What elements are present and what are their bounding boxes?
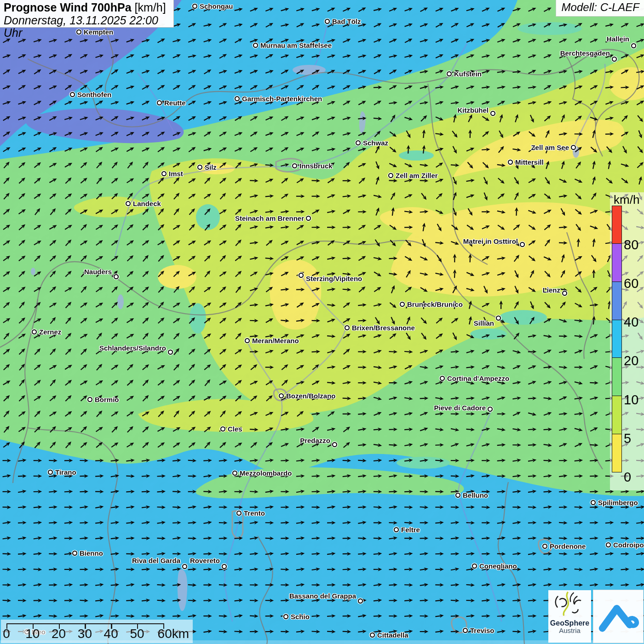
legend-tick-label: 5 xyxy=(624,431,644,446)
city-marker xyxy=(400,302,405,307)
city-marker xyxy=(591,500,596,505)
city-label: Brixen/Bressanone xyxy=(352,324,415,332)
city-marker xyxy=(520,242,525,247)
legend-tick-label: 80 xyxy=(624,237,644,252)
city-marker xyxy=(292,163,297,168)
title-unit: [km/h] xyxy=(135,1,166,14)
city-label: Schwaz xyxy=(363,139,388,147)
city-marker xyxy=(562,291,567,296)
city-marker xyxy=(490,111,495,116)
city-label: Treviso xyxy=(470,627,494,634)
city-label: Kufstein xyxy=(454,70,482,78)
city-label: Feltre xyxy=(401,526,420,534)
city-label: Murnau am Staffelsee xyxy=(260,41,332,49)
legend-tick-label: 10 xyxy=(624,392,644,407)
city-marker xyxy=(87,397,92,402)
city-marker xyxy=(70,92,75,97)
city-label: Zell am Ziller xyxy=(396,172,438,179)
legend-unit-label: km/h xyxy=(614,193,639,207)
city-marker xyxy=(612,57,617,62)
page-title: Prognose Wind 700hPa [km/h] xyxy=(4,1,170,14)
city-marker xyxy=(542,544,547,549)
legend-segment xyxy=(612,243,622,282)
legend-color-bar xyxy=(612,206,622,472)
city-label: Matrei in Osttirol xyxy=(463,237,518,245)
city-marker xyxy=(488,407,493,412)
city-label: Cles xyxy=(228,425,242,433)
legend-tick-label: 60 xyxy=(624,276,644,291)
legend-segment xyxy=(612,357,622,396)
city-marker xyxy=(32,329,37,334)
city-label: Pieve di Cadore xyxy=(434,404,486,412)
city-label: Mezzolombardo xyxy=(240,469,292,477)
legend-tick-label: 0 xyxy=(624,470,644,484)
city-marker xyxy=(126,201,131,206)
city-marker xyxy=(394,527,399,532)
forecast-datetime: Donnerstag, 13.11.2025 22:00 Uhr xyxy=(4,14,170,39)
scalebar-label: 50 xyxy=(130,627,144,641)
city-label: Schlanders/Silandro xyxy=(99,344,166,352)
city-label: Garmisch-Partenkirchen xyxy=(242,95,322,103)
city-marker xyxy=(161,171,167,176)
city-label: Lienz xyxy=(543,286,560,294)
city-label: Belluno xyxy=(463,491,488,499)
map-scalebar: 0102030405060km xyxy=(1,620,193,643)
city-label: Silz xyxy=(205,163,217,171)
city-marker xyxy=(222,564,227,569)
city-label: Zell am See xyxy=(531,144,569,151)
city-label: Predazzo xyxy=(300,437,330,444)
city-marker xyxy=(253,43,258,48)
city-marker xyxy=(306,216,311,221)
city-marker xyxy=(168,350,173,355)
city-label: Meran/Merano xyxy=(252,337,299,345)
city-marker xyxy=(157,100,162,105)
city-label: Bad Tölz xyxy=(332,17,361,25)
city-labels-layer: SchongauBad TölzKemptenMurnau am Staffel… xyxy=(0,0,644,644)
city-label: Sterzing/Vipiteno xyxy=(306,275,362,282)
wind-forecast-map-page: SchongauBad TölzKemptenMurnau am Staffel… xyxy=(0,0,644,644)
legend-segment xyxy=(612,320,622,358)
city-label: Bassano del Grappa xyxy=(289,592,356,600)
city-label: Bozen/Bolzano xyxy=(286,392,336,400)
city-label: Cittadella xyxy=(377,631,408,639)
scalebar-label: 10 xyxy=(25,627,40,641)
city-marker xyxy=(245,338,250,343)
legend-segment xyxy=(612,282,622,320)
city-marker xyxy=(358,598,363,604)
city-label: Sonthofen xyxy=(77,91,111,98)
scalebar-label: 30 xyxy=(78,627,92,641)
geosphere-squiggle-icon xyxy=(555,590,585,617)
city-marker xyxy=(332,442,337,447)
city-marker xyxy=(463,628,468,633)
city-label: Tirano xyxy=(55,468,76,476)
legend-tick-label: 20 xyxy=(624,353,644,368)
city-label: Steinach am Brenner xyxy=(235,214,304,222)
city-label: Landeck xyxy=(133,200,161,207)
geosphere-logo-box: GeoSphere Austria xyxy=(548,590,591,643)
city-label: Trento xyxy=(244,509,265,517)
city-marker xyxy=(72,551,77,556)
city-label: Pordenone xyxy=(550,542,586,550)
city-marker xyxy=(299,273,304,278)
city-label: Rovereto xyxy=(190,557,220,564)
city-marker xyxy=(388,173,393,178)
city-marker xyxy=(236,511,242,516)
city-label: Zernez xyxy=(39,328,61,336)
mountain-cloud-logo-icon xyxy=(593,590,643,643)
city-marker xyxy=(197,165,202,170)
geosphere-org-label: GeoSphere xyxy=(548,619,591,627)
city-marker xyxy=(279,393,284,398)
city-marker xyxy=(220,426,225,431)
city-marker xyxy=(325,19,330,24)
city-label: Bienno xyxy=(80,549,103,557)
city-label: Schongau xyxy=(200,2,233,10)
city-label: Bruneck/Brunico xyxy=(407,300,463,308)
wind-speed-legend: km/h 806040201050 xyxy=(610,192,644,490)
model-label-box: Modell: C-LAEF xyxy=(556,0,644,17)
city-marker xyxy=(472,564,477,569)
scalebar-label: 40 xyxy=(104,627,118,641)
city-marker xyxy=(455,493,460,498)
scalebar-label: 60km xyxy=(158,627,189,641)
partner-logo-box xyxy=(593,590,644,643)
city-label: Reutte xyxy=(164,99,186,107)
